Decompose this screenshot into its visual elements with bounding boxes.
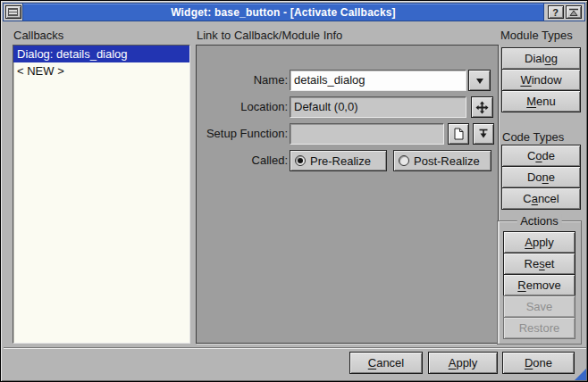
help-button[interactable]: ? [548,5,564,19]
window-title: Widget: base_button - [Activate Callback… [23,4,543,21]
action-remove-button[interactable]: Remove [503,274,575,296]
called-label: Called: [197,150,288,171]
radio-selected-icon [295,155,306,166]
post-realize-label: Post-Realize [414,154,480,168]
code-cancel-button[interactable]: Cancel [501,187,581,210]
shade-button[interactable] [566,5,582,19]
new-file-icon [454,128,464,140]
chevron-down-icon [476,79,483,87]
code-done-button[interactable]: Done [501,166,581,188]
insert-function-button[interactable] [473,123,494,145]
location-move-button[interactable] [471,96,493,118]
window-menu-button[interactable] [5,5,21,19]
setup-function-field[interactable] [290,123,444,145]
done-button[interactable]: Done [502,352,575,374]
actions-group: Actions Apply Reset Remove Save Restore [497,220,582,345]
post-realize-radio[interactable]: Post-Realize [393,150,491,171]
callbacks-list: Dialog: details_dialog < NEW > [13,45,190,344]
list-item-selected[interactable]: Dialog: details_dialog [13,46,189,62]
shade-icon [569,8,578,16]
actions-heading: Actions [517,214,562,228]
module-window-button[interactable]: Window [501,69,581,91]
action-restore-button[interactable]: Restore [503,317,575,339]
radio-unselected-icon [399,155,409,166]
bottom-separator [4,347,586,349]
callback-info-panel: Name: details_dialog Location: Default (… [196,45,499,344]
titlebar-menu-cell [4,4,23,21]
callbacks-heading: Callbacks [13,29,63,42]
name-field[interactable]: details_dialog [290,70,466,91]
new-function-button[interactable] [448,123,469,145]
action-reset-button[interactable]: Reset [503,253,575,275]
titlebar: Widget: base_button - [Activate Callback… [3,3,585,21]
window-menu-icon [8,8,18,16]
name-label: Name: [197,70,288,91]
module-types-heading: Module Types [500,29,573,42]
name-combo-button[interactable] [468,70,491,91]
form-heading: Link to Callback/Module Info [197,29,342,42]
action-save-button[interactable]: Save [503,295,575,318]
code-code-button[interactable]: Code [501,145,581,167]
module-menu-button[interactable]: Menu [501,90,581,112]
down-arrow-from-bar-icon [478,129,489,139]
pre-realize-radio[interactable]: Pre-Realize [290,150,387,171]
list-item-new[interactable]: < NEW > [13,62,189,79]
module-dialog-button[interactable]: Dialog [501,47,581,70]
cancel-button[interactable]: Cancel [349,352,423,374]
pre-realize-label: Pre-Realize [310,154,371,168]
dialog-window: Widget: base_button - [Activate Callback… [0,0,588,382]
setup-function-label: Setup Function: [197,123,288,145]
move-icon [475,101,489,114]
help-icon: ? [552,7,559,18]
location-label: Location: [197,96,288,118]
location-field[interactable]: Default (0,0) [290,96,466,118]
apply-button[interactable]: Apply [428,352,498,374]
action-apply-button[interactable]: Apply [503,231,575,253]
titlebar-buttons-cell: ? [543,4,584,21]
resize-grip[interactable] [575,369,586,380]
code-types-heading: Code Types [502,130,564,144]
